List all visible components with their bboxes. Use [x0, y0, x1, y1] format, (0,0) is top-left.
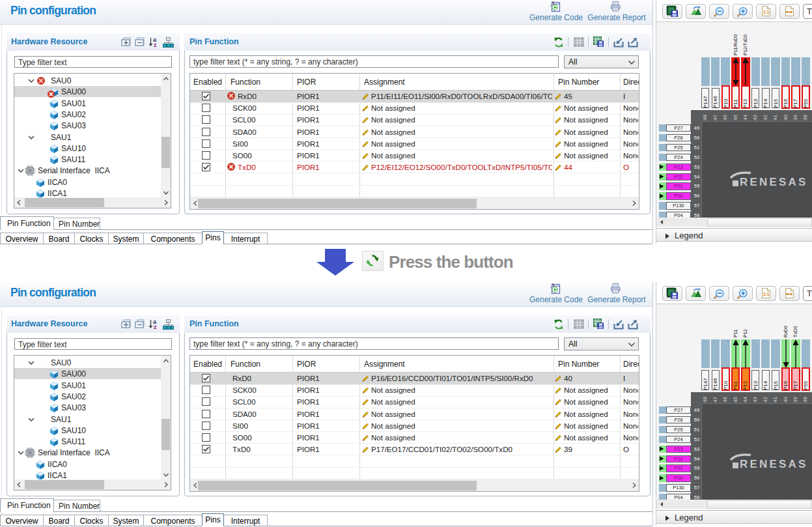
svg-text:1:1: 1:1: [763, 292, 770, 296]
svg-text:z: z: [154, 324, 157, 330]
svg-text:1:1: 1:1: [763, 10, 770, 14]
svg-text:z: z: [154, 42, 157, 48]
